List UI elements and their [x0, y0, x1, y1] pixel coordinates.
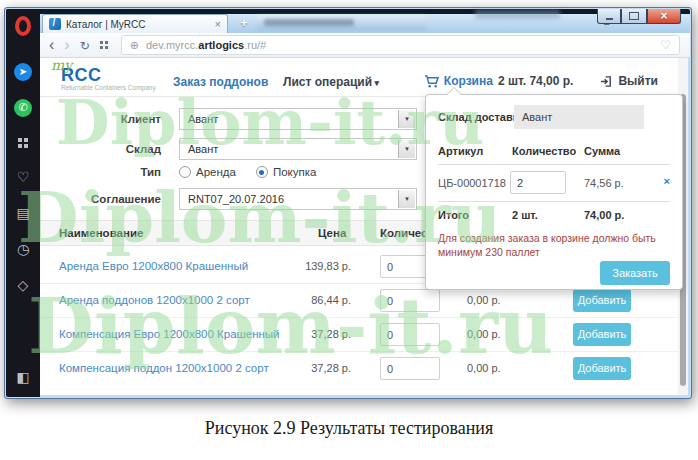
add-button[interactable]: Добавить	[573, 323, 631, 346]
logout-icon[interactable]	[600, 75, 613, 88]
type-label: Тип	[39, 161, 161, 183]
nav-pallet-order-link[interactable]: Заказ поддонов	[173, 75, 268, 89]
column-price: Цена	[318, 221, 346, 246]
product-link[interactable]: Аренда поддонов 1200x1000 2 сорт	[59, 294, 250, 306]
page-content: my RCC Returnable Containers Company Зак…	[39, 58, 688, 395]
header-right-cluster: Корзина 2 шт. 74,00 р. Выйти	[424, 74, 658, 88]
cart-popup: Склад доставки: Авант Артикул Количество…	[425, 94, 683, 290]
table-row: Компенсация Евро 1200x800 Крашенный 37,2…	[39, 318, 678, 352]
product-price: 86,44 р.	[269, 294, 351, 306]
agreement-value: RNT07_20.07.2016	[188, 193, 284, 205]
order-button[interactable]: Заказать	[600, 261, 670, 285]
row-sum: 0,00 р.	[467, 328, 501, 340]
total-sum: 74,00 р.	[584, 209, 624, 221]
back-icon[interactable]	[49, 38, 54, 52]
qty-input[interactable]	[380, 289, 440, 312]
figure-caption: Рисунок 2.9 Результаты тестирования	[0, 418, 698, 439]
new-tab-button[interactable]	[236, 16, 252, 31]
client-value: Авант	[188, 113, 218, 125]
popup-divider	[438, 164, 670, 165]
cart-icon[interactable]	[424, 75, 439, 88]
product-price: 37,28 р.	[269, 328, 351, 340]
minimize-button[interactable]	[597, 9, 621, 24]
cart-link[interactable]: Корзина	[444, 74, 493, 88]
product-price: 37,28 р.	[269, 362, 351, 374]
chevron-down-icon[interactable]	[398, 110, 415, 128]
client-select[interactable]: Авант	[179, 108, 417, 130]
minimum-pallets-warning: Для создания заказа в корзине должно быт…	[438, 231, 672, 259]
rent-radio-label: Аренда	[196, 166, 236, 178]
address-bar[interactable]: dev.myrcc.artlogics.ru/#	[121, 35, 680, 55]
product-price: 139,83 р.	[269, 260, 351, 272]
url-domain: artlogics	[198, 39, 244, 51]
warehouse-label: Склад	[39, 138, 161, 160]
delivery-warehouse-value[interactable]: Авант	[514, 105, 644, 129]
remove-item-icon[interactable]	[664, 175, 670, 187]
logout-link[interactable]: Выйти	[618, 74, 658, 88]
opera-logo-icon[interactable]	[15, 16, 31, 36]
tab-title: Каталог | MyRCC	[66, 19, 210, 30]
popup-column-sum: Сумма	[584, 145, 620, 157]
forward-icon[interactable]	[64, 38, 69, 52]
sidebar-settings-icon[interactable]	[16, 369, 29, 387]
type-radio-group: Аренда Покупка	[179, 166, 316, 178]
logo-script-text: my	[51, 58, 72, 73]
purchase-radio[interactable]	[256, 166, 268, 178]
redacted-tab	[256, 15, 426, 31]
client-label: Клиент	[39, 108, 161, 130]
url-text[interactable]: dev.myrcc.artlogics.ru/#	[146, 39, 660, 51]
qty-input[interactable]	[380, 357, 440, 380]
news-panel-icon[interactable]	[16, 205, 29, 223]
bookmark-heart-icon[interactable]	[660, 38, 671, 52]
warehouse-select[interactable]: Авант	[179, 138, 417, 160]
rent-radio[interactable]	[179, 166, 191, 178]
globe-icon	[130, 39, 139, 52]
cart-item-sum: 74,56 р.	[584, 177, 624, 189]
popup-column-qty: Количество	[512, 145, 576, 157]
product-link[interactable]: Компенсация поддон 1200x1000 2 сорт	[59, 362, 269, 374]
cart-item-qty-input[interactable]	[510, 171, 566, 194]
url-prefix: dev.myrcc.	[146, 39, 198, 51]
table-row: Компенсация поддон 1200x1000 2 сорт 37,2…	[39, 352, 678, 386]
total-label: Итого	[438, 209, 469, 221]
row-sum: 0,00 р.	[467, 294, 501, 306]
product-link[interactable]: Компенсация Евро 1200x800 Крашенный	[59, 328, 280, 340]
popup-column-article: Артикул	[438, 145, 483, 157]
cart-summary: 2 шт. 74,00 р.	[498, 74, 574, 88]
extensions-box-icon[interactable]	[18, 277, 29, 295]
browser-window: Каталог | MyRCC dev.myrcc.artlogics.ru/#	[4, 7, 692, 399]
purchase-radio-label: Покупка	[273, 166, 316, 178]
bookmarks-heart-icon[interactable]	[17, 169, 30, 187]
redacted-titlebar-text	[475, 10, 560, 19]
browser-tab-active[interactable]: Каталог | MyRCC	[42, 14, 228, 33]
close-button[interactable]	[647, 9, 681, 24]
nav-operations-dropdown[interactable]: Лист операций	[283, 75, 379, 89]
warehouse-value: Авант	[188, 143, 218, 155]
opera-sidebar	[6, 9, 40, 397]
qty-input[interactable]	[380, 323, 440, 346]
site-favicon	[49, 18, 61, 30]
add-button[interactable]: Добавить	[573, 357, 631, 380]
browser-titlebar: Каталог | MyRCC	[6, 9, 690, 33]
agreement-label: Соглашение	[39, 188, 161, 210]
popup-divider	[438, 201, 670, 202]
column-name: Наименование	[59, 221, 143, 246]
tab-close-icon[interactable]	[215, 19, 221, 30]
product-link[interactable]: Аренда Евро 1200x800 Крашенный	[59, 260, 248, 272]
maximize-button[interactable]	[621, 9, 647, 24]
whatsapp-icon[interactable]	[14, 99, 32, 117]
window-controls	[597, 9, 681, 24]
reload-icon[interactable]	[80, 38, 90, 53]
speed-dial-rail-icon[interactable]	[18, 138, 28, 148]
messenger-icon[interactable]	[14, 63, 32, 81]
agreement-select[interactable]: RNT07_20.07.2016	[179, 188, 417, 210]
browser-toolbar: dev.myrcc.artlogics.ru/#	[39, 33, 690, 58]
speed-dial-icon[interactable]	[100, 41, 109, 50]
history-clock-icon[interactable]	[17, 241, 29, 259]
total-qty: 2 шт.	[512, 209, 538, 221]
chevron-down-icon[interactable]	[398, 190, 415, 208]
redacted-text	[264, 19, 354, 26]
cart-item-article: ЦБ-00001718	[438, 177, 506, 189]
add-button[interactable]: Добавить	[573, 289, 631, 312]
chevron-down-icon[interactable]	[398, 140, 415, 158]
